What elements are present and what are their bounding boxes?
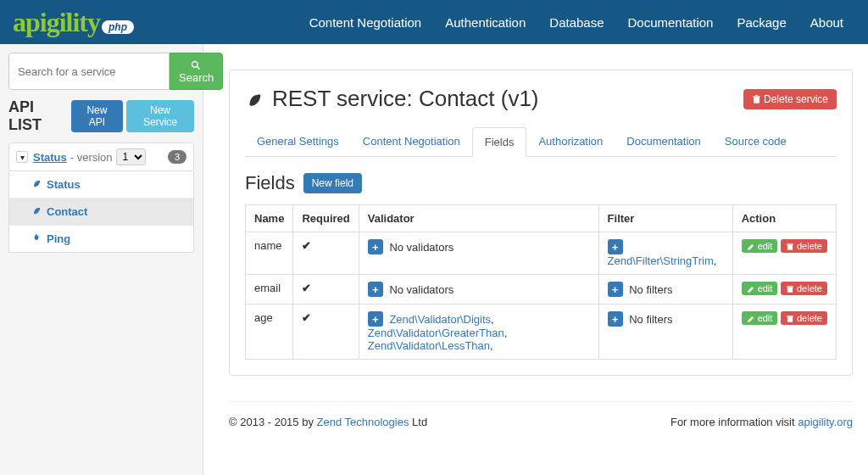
add-icon[interactable]: + [608,311,623,327]
tabs: General SettingsContent NegotiationField… [245,127,837,157]
sidebar-service-item[interactable]: Contact [9,198,193,226]
fields-heading: Fields New field [245,172,837,194]
page-title: REST service: Contact (v1) [245,86,539,112]
tab[interactable]: General Settings [245,127,351,156]
new-api-button[interactable]: New API [71,100,123,132]
add-icon[interactable]: + [368,239,383,254]
sidebar-service-item[interactable]: Status [9,171,193,198]
add-icon[interactable]: + [368,311,383,327]
service-count-badge: 3 [168,150,186,164]
field-actions: edit delete [732,305,836,360]
nav-link[interactable]: Package [737,15,786,30]
column-header: Filter [598,205,732,232]
edit-button[interactable]: edit [742,239,778,253]
svg-line-1 [197,67,199,70]
filter-link[interactable]: Zend\Filter\StringTrim [608,254,714,267]
edit-button[interactable]: edit [742,311,778,325]
sidebar-service-item[interactable]: Ping [9,226,193,252]
main: REST service: Contact (v1) Delete servic… [203,44,868,475]
validator-link[interactable]: Zend\Validator\Digits [389,313,491,326]
table-header-row: NameRequiredValidatorFilterAction [246,205,837,232]
trash-icon [752,95,761,104]
svg-rect-5 [787,245,793,250]
panel: REST service: Contact (v1) Delete servic… [229,70,853,376]
service-link[interactable]: Contact [47,205,87,218]
table-body: name ✔ + No validators + Zend\Filter\Str… [246,232,837,360]
add-icon[interactable]: + [368,282,383,297]
column-header: Validator [359,205,598,232]
field-validators: + No validators [359,275,598,305]
nav-link[interactable]: Authentication [445,15,526,30]
chevron-down-icon[interactable]: ▾ [16,151,28,163]
svg-point-0 [192,62,198,68]
field-required: ✔ [293,232,359,275]
leaf-icon [31,178,42,191]
api-list-title: API LIST [8,98,64,134]
brand[interactable]: apigility php [13,7,134,38]
new-field-button[interactable]: New field [303,173,362,193]
delete-service-button[interactable]: Delete service [743,89,837,109]
nav-link[interactable]: Documentation [628,15,714,30]
service-link[interactable]: Ping [47,232,70,245]
delete-button[interactable]: delete [781,282,827,295]
tab[interactable]: Content Negotiation [351,127,472,156]
field-filters: + No filters [598,275,732,305]
service-link[interactable]: Status [47,178,81,191]
fields-table: NameRequiredValidatorFilterAction name ✔… [245,204,837,360]
nav-link[interactable]: Content Negotiation [309,15,422,30]
tab[interactable]: Source code [713,127,798,156]
api-name[interactable]: Status [33,151,67,164]
svg-rect-2 [754,97,760,103]
new-service-button[interactable]: New Service [126,100,194,132]
tab[interactable]: Fields [472,127,527,157]
column-header: Required [293,205,359,232]
add-icon[interactable]: + [608,239,623,254]
footer-company-link[interactable]: Zend Technologies [317,416,409,428]
version-select[interactable]: 1 [116,148,146,165]
field-actions: edit delete [732,275,836,305]
svg-rect-3 [753,96,760,97]
table-row: age ✔ + Zend\Validator\Digits, Zend\Vali… [246,305,837,360]
nav-link[interactable]: Database [549,15,604,30]
add-icon[interactable]: + [608,282,623,297]
edit-button[interactable]: edit [742,282,778,295]
fire-icon [31,232,42,245]
svg-rect-9 [787,317,793,322]
column-header: Name [246,205,293,232]
leaf-icon [245,90,264,109]
table-row: name ✔ + No validators + Zend\Filter\Str… [246,232,837,275]
nav-items: Content NegotiationAuthenticationDatabas… [298,15,855,30]
field-filters: + No filters [598,305,732,360]
nav-link[interactable]: About [810,15,843,30]
field-validators: + Zend\Validator\Digits, Zend\Validator\… [359,305,598,360]
field-validators: + No validators [359,232,598,275]
field-required: ✔ [293,305,359,360]
version-label: - version [70,151,113,164]
table-row: email ✔ + No validators + No filters edi… [246,275,837,305]
footer: © 2013 - 2015 by Zend Technologies Ltd F… [229,401,853,442]
search-icon [191,60,201,70]
tab[interactable]: Documentation [615,127,712,156]
field-name: email [246,275,293,305]
field-actions: edit delete [732,232,836,275]
field-filters: + Zend\Filter\StringTrim, [598,232,732,275]
column-header: Action [732,205,836,232]
service-list: StatusContactPing [8,171,194,253]
field-name: name [246,232,293,275]
footer-info-link[interactable]: apigility.org [798,416,853,428]
leaf-icon [31,205,42,218]
validator-link[interactable]: Zend\Validator\LessThan [368,339,490,352]
svg-rect-4 [755,95,758,96]
brand-badge: php [102,20,134,34]
svg-rect-8 [787,286,793,287]
tab[interactable]: Authorization [526,127,615,156]
delete-button[interactable]: delete [781,239,827,253]
validator-link[interactable]: Zend\Validator\GreaterThan [368,327,504,339]
svg-rect-10 [787,316,793,316]
brand-text: apigility [13,7,100,38]
svg-rect-7 [787,288,793,293]
search-input[interactable] [8,53,170,90]
delete-button[interactable]: delete [781,311,827,325]
api-row: ▾ Status - version 1 3 [8,142,194,171]
navbar: apigility php Content NegotiationAuthent… [0,0,868,44]
